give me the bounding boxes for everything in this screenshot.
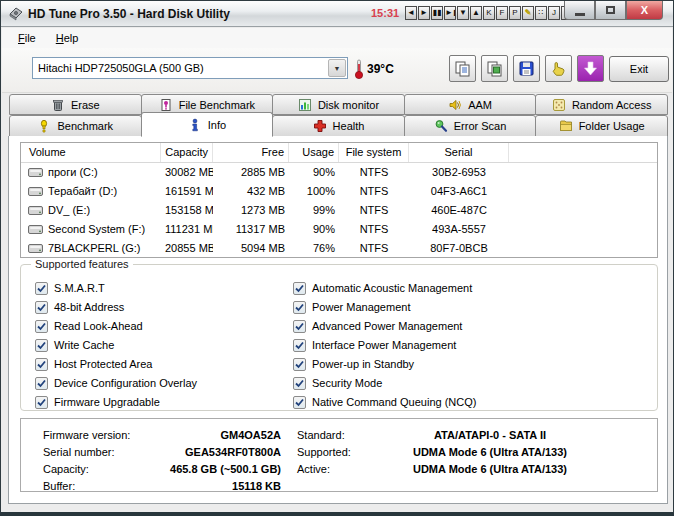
checkbox-checked[interactable] — [35, 301, 48, 314]
feature-label: Firmware Upgradable — [54, 396, 160, 408]
drive-icon — [28, 187, 43, 196]
detail-firmware: Firmware version:GM4OA52A — [43, 428, 281, 442]
tab-benchmark[interactable]: Benchmark — [9, 115, 142, 137]
feature-label: Interface Power Management — [312, 339, 456, 351]
volume-free: 5094 MB — [213, 239, 289, 258]
drive-select[interactable]: Hitachi HDP725050GLA (500 GB) ▼ — [32, 57, 348, 79]
overlay-p-button[interactable]: P — [509, 6, 521, 20]
tab-folder-usage[interactable]: Folder Usage — [535, 115, 668, 137]
tab-label: Folder Usage — [579, 120, 645, 132]
menu-help[interactable]: Help — [48, 30, 87, 46]
checkbox-checked[interactable] — [35, 396, 48, 409]
detail-value: GM4OA52A — [155, 428, 281, 442]
save-button[interactable] — [513, 55, 540, 82]
tab-disk-monitor[interactable]: Disk monitor — [272, 94, 405, 115]
window-controls: X — [564, 1, 663, 20]
feature-label: Host Protected Area — [54, 358, 152, 370]
volume-free: 2885 MB — [213, 163, 289, 182]
volume-usage: 100% — [289, 182, 339, 201]
exit-button[interactable]: Exit — [609, 56, 669, 82]
checkbox-checked[interactable] — [35, 358, 48, 371]
feature-label: Security Mode — [312, 377, 382, 389]
supported-features-group: Supported features S.M.A.R.T 48-bit Addr… — [20, 264, 658, 411]
overlay-grid-button[interactable]: ∷ — [535, 6, 547, 20]
tab-error-scan[interactable]: Error Scan — [404, 115, 537, 137]
overlay-pencil-button[interactable]: ✎ — [522, 6, 534, 20]
col-header-usage: Usage — [289, 143, 339, 162]
volume-usage: 76% — [289, 239, 339, 258]
volume-capacity: 20855 MB — [161, 239, 213, 258]
copy-text-button[interactable] — [449, 55, 476, 82]
volume-filesystem: NTFS — [339, 239, 409, 258]
trash-icon — [51, 98, 65, 112]
tab-random-access[interactable]: Random Access — [535, 94, 668, 115]
feature-interface-power-management: Interface Power Management — [293, 338, 476, 352]
checkbox-checked[interactable] — [35, 339, 48, 352]
copy-image-button[interactable] — [481, 55, 508, 82]
detail-active-mode: Active:UDMA Mode 6 (Ultra ATA/133) — [295, 462, 655, 476]
tab-erase[interactable]: Erase — [9, 94, 142, 115]
tab-label: Erase — [71, 99, 100, 111]
info-page: Volume Capacity Free Usage File system S… — [8, 136, 668, 504]
chevron-down-icon[interactable]: ▼ — [328, 59, 346, 77]
red-cross-icon — [313, 119, 327, 133]
overlay-k-button[interactable]: K — [483, 6, 495, 20]
tab-aam[interactable]: AAM — [404, 94, 537, 115]
menu-file[interactable]: File — [10, 30, 44, 46]
checkbox-checked[interactable] — [293, 396, 306, 409]
maximize-button[interactable] — [595, 1, 626, 20]
feature-label: Advanced Power Management — [312, 320, 462, 332]
detail-label: Standard: — [295, 428, 370, 442]
detail-label: Buffer: — [43, 479, 155, 493]
minimize-icon — [575, 13, 585, 16]
checkbox-checked[interactable] — [293, 282, 306, 295]
volume-usage: 90% — [289, 220, 339, 239]
volume-capacity: 153158 MB — [161, 201, 213, 220]
volume-serial: 493A-5557 — [409, 220, 509, 239]
overlay-f-button[interactable]: F — [496, 6, 508, 20]
checkbox-checked[interactable] — [293, 358, 306, 371]
detail-standard: Standard:ATA/ATAPI-0 - SATA II — [295, 428, 655, 442]
volume-free: 11317 MB — [213, 220, 289, 239]
volume-name: Second System (F:) — [48, 220, 145, 239]
tab-info[interactable]: Info — [141, 112, 274, 137]
checkbox-checked[interactable] — [293, 301, 306, 314]
bar-chart-icon — [298, 98, 312, 112]
volume-table: Volume Capacity Free Usage File system S… — [20, 142, 658, 258]
checkbox-checked[interactable] — [293, 320, 306, 333]
overlay-next-button[interactable]: ►▮ — [444, 6, 456, 20]
download-button[interactable] — [577, 55, 604, 82]
tab-label: Health — [333, 120, 365, 132]
overlay-clock: 15:31 — [371, 7, 399, 19]
tab-health[interactable]: Health — [272, 115, 405, 137]
checkbox-checked[interactable] — [293, 377, 306, 390]
col-header-volume: Volume — [21, 143, 161, 162]
checkbox-checked[interactable] — [293, 339, 306, 352]
overlay-down-button[interactable]: ▼ — [457, 6, 469, 20]
table-row: Second System (F:) 111231 MB 11317 MB 90… — [21, 220, 657, 239]
toolbar-buttons — [449, 55, 604, 82]
volume-filesystem: NTFS — [339, 163, 409, 182]
feature-label: Read Look-Ahead — [54, 320, 143, 332]
overlay-pause-button[interactable]: ▮▮ — [431, 6, 443, 20]
feature-aam: Automatic Acoustic Management — [293, 281, 476, 295]
checkbox-checked[interactable] — [35, 377, 48, 390]
checkbox-checked[interactable] — [35, 320, 48, 333]
detail-label: Capacity: — [43, 462, 155, 476]
checkbox-checked[interactable] — [35, 282, 48, 295]
col-header-free: Free — [213, 143, 289, 162]
drive-icon — [28, 206, 43, 215]
detail-label: Active: — [295, 462, 370, 476]
volume-filesystem: NTFS — [339, 220, 409, 239]
minimize-button[interactable] — [564, 1, 595, 20]
overlay-up-button[interactable]: ▲ — [470, 6, 482, 20]
detail-label: Serial number: — [43, 445, 155, 459]
overlay-play-button[interactable]: ► — [418, 6, 430, 20]
overlay-j-button[interactable]: J — [548, 6, 560, 20]
overlay-prev-button[interactable]: ◄ — [405, 6, 417, 20]
volume-name: DV_ (E:) — [48, 201, 90, 220]
thermometer-icon — [354, 58, 364, 80]
close-button[interactable]: X — [626, 1, 663, 20]
volume-capacity: 30082 MB — [161, 163, 213, 182]
options-button[interactable] — [545, 55, 572, 82]
